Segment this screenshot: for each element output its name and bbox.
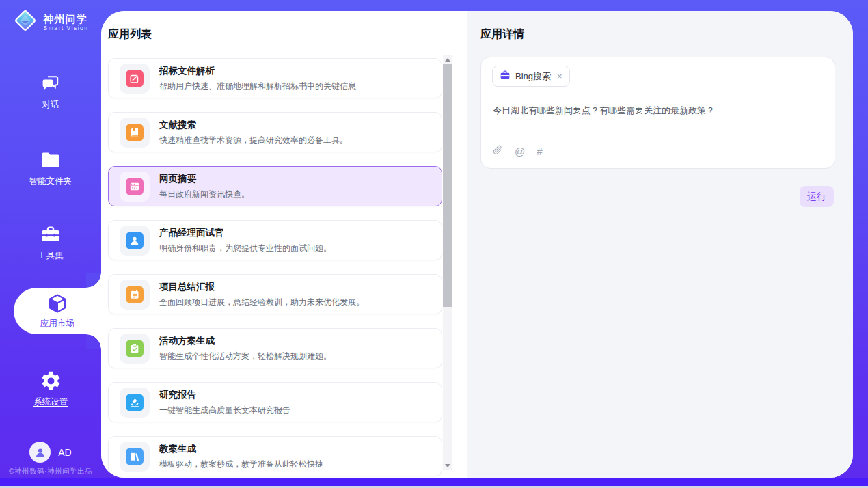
sidebar-item-应用市场[interactable]: 应用市场 — [14, 288, 101, 334]
prompt-text[interactable]: 今日湖北有哪些新闻要点？有哪些需要关注的最新政策？ — [493, 105, 821, 117]
scrollbar[interactable] — [443, 55, 452, 470]
app-card[interactable]: 研究报告 一键智能生成高质量长文本研究报告 — [108, 382, 442, 422]
brand-logo: 神州问学 Smart Vision — [0, 8, 101, 36]
at-icon[interactable]: @ — [515, 146, 525, 157]
bottom-bar — [0, 478, 868, 486]
app-card[interactable]: 文献搜索 快速精准查找学术资源，提高研究效率的必备工具。 — [108, 112, 442, 152]
tool-tag-bing[interactable]: Bing搜索 × — [492, 66, 570, 87]
close-icon[interactable]: × — [557, 71, 562, 81]
chat-icon — [41, 72, 61, 94]
app-card-title: 项目总结汇报 — [159, 281, 364, 293]
microscope-icon — [126, 394, 144, 411]
user-initials: AD — [58, 447, 71, 458]
folder-icon — [40, 149, 61, 171]
app-card-desc: 一键智能生成高质量长文本研究报告 — [159, 405, 290, 416]
app-card[interactable]: 网页摘要 每日政府新闻资讯快查。 — [108, 166, 442, 206]
app-card-title: 招标文件解析 — [159, 65, 356, 77]
app-card-desc: 模板驱动，教案秒成，教学准备从此轻松快捷 — [159, 459, 323, 470]
scrollbar-thumb[interactable] — [443, 64, 452, 307]
app-card-title: 活动方案生成 — [159, 335, 331, 347]
diamond-logo-icon — [12, 8, 38, 36]
paperclip-icon[interactable] — [493, 144, 503, 159]
person-icon — [126, 232, 144, 249]
scroll-down-icon[interactable] — [443, 461, 452, 470]
app-card-desc: 帮助用户快速、准确地理解和解析招标书中的关键信息 — [159, 81, 356, 92]
tool-tag-label: Bing搜索 — [515, 70, 551, 83]
prompt-card: Bing搜索 × 今日湖北有哪些新闻要点？有哪些需要关注的最新政策？ @ # — [480, 57, 835, 169]
sidebar-item-系统设置[interactable]: 系统设置 — [0, 370, 101, 408]
app-card[interactable]: 教案生成 模板驱动，教案秒成，教学准备从此轻松快捷 — [108, 436, 442, 476]
app-card-title: 网页摘要 — [159, 173, 249, 185]
app-card-desc: 明确身份和职责，为您提供专业性的面试问题。 — [159, 243, 331, 254]
toolbox-icon — [40, 223, 62, 245]
brand-name: 神州问学 — [43, 13, 88, 25]
edit-icon — [126, 70, 144, 87]
app-card-desc: 全面回顾项目进展，总结经验教训，助力未来优化发展。 — [159, 297, 364, 308]
run-button[interactable]: 运行 — [800, 186, 834, 207]
main-content: 应用列表 招标文件解析 帮助用户快速、准确地理解和解析招标书中的关键信息 文献搜… — [101, 11, 853, 478]
prompt-toolbar: @ # — [493, 144, 543, 159]
books-icon — [126, 448, 144, 465]
gear-icon — [40, 370, 62, 392]
scroll-up-icon[interactable] — [443, 55, 452, 64]
brand-subtitle: Smart Vision — [43, 25, 88, 31]
app-card[interactable]: 招标文件解析 帮助用户快速、准确地理解和解析招标书中的关键信息 — [108, 58, 442, 98]
avatar — [29, 442, 51, 463]
app-card-desc: 快速精准查找学术资源，提高研究效率的必备工具。 — [159, 135, 348, 146]
app-card[interactable]: 活动方案生成 智能生成个性化活动方案，轻松解决规划难题。 — [108, 328, 442, 368]
app-detail-panel: 应用详情 Bing搜索 × 今日湖北有哪些新闻要点？有哪些需要关注的最新政策？ — [467, 11, 853, 478]
sidebar-item-对话[interactable]: 对话 — [0, 72, 101, 111]
browser-icon — [126, 178, 144, 195]
app-card-title: 研究报告 — [159, 389, 290, 401]
hash-icon[interactable]: # — [537, 146, 542, 157]
app-card[interactable]: 产品经理面试官 明确身份和职责，为您提供专业性的面试问题。 — [108, 220, 442, 260]
app-card-title: 文献搜索 — [159, 119, 348, 131]
briefcase-icon — [500, 70, 511, 83]
app-window: 神州问学 Smart Vision 对话 智能文件夹 工具集 应用市场 系统设置… — [0, 0, 868, 488]
sidebar-item-工具集[interactable]: 工具集 — [0, 223, 101, 262]
clipboard-check-icon — [126, 340, 144, 357]
app-detail-title: 应用详情 — [480, 27, 524, 42]
sidebar-item-智能文件夹[interactable]: 智能文件夹 — [0, 149, 101, 187]
app-list: 招标文件解析 帮助用户快速、准确地理解和解析招标书中的关键信息 文献搜索 快速精… — [108, 58, 442, 478]
note-icon — [126, 286, 144, 303]
app-card[interactable]: 项目总结汇报 全面回顾项目进展，总结经验教训，助力未来优化发展。 — [108, 274, 442, 314]
book-icon — [126, 124, 144, 141]
sidebar: 神州问学 Smart Vision 对话 智能文件夹 工具集 应用市场 系统设置… — [0, 0, 101, 488]
app-card-title: 教案生成 — [159, 443, 323, 455]
app-list-title: 应用列表 — [108, 27, 152, 42]
app-card-title: 产品经理面试官 — [159, 227, 331, 239]
app-card-desc: 每日政府新闻资讯快查。 — [159, 189, 249, 200]
app-card-desc: 智能生成个性化活动方案，轻松解决规划难题。 — [159, 351, 331, 362]
user-account[interactable]: AD — [0, 442, 101, 463]
cube-icon — [46, 293, 68, 314]
app-list-panel: 应用列表 招标文件解析 帮助用户快速、准确地理解和解析招标书中的关键信息 文献搜… — [101, 11, 467, 478]
sidebar-footer: ©神州数码·神州问学出品 — [0, 467, 101, 476]
